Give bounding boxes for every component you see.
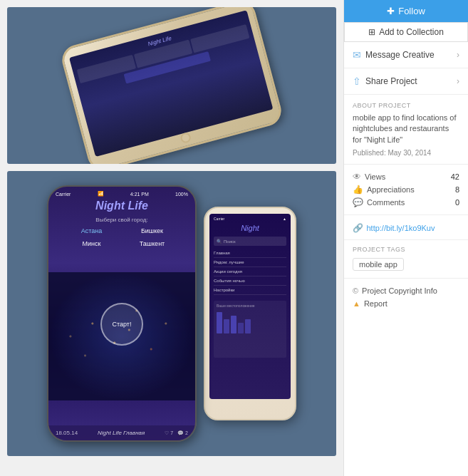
- phone3-menu: 🔍 Поиск Главная Рядом: лучшие Акции сего…: [209, 234, 291, 298]
- chevron-right-icon: ›: [457, 50, 459, 60]
- phone-mockup-third: Carrier ▲ Night 🔍 Поиск Главная Рядом: л…: [204, 207, 296, 420]
- follow-button[interactable]: ✚ Follow: [344, 0, 468, 22]
- sidebar: ✚ Follow ⊞ Add to Collection ✉ Message C…: [343, 0, 468, 476]
- follow-label: Follow: [398, 6, 425, 16]
- phone1-home-button: [180, 132, 192, 144]
- stats-section: 👁 Views 42 👍 Appreciations 8 💬 Comments …: [344, 165, 468, 215]
- views-label: Views: [365, 172, 385, 181]
- phone2-city-label: Выбери свой город:: [48, 217, 195, 223]
- about-text: mobile app to find locations of nightclu…: [353, 113, 459, 145]
- project-image-2: Carrier 📶 4:21 PM 100% Night Life Выбери…: [7, 171, 336, 456]
- report-item[interactable]: ▲ Report: [353, 297, 459, 310]
- appreciations-stat: 👍 Appreciations 8: [353, 183, 459, 196]
- comments-label: Comments: [367, 198, 405, 207]
- follow-icon: ✚: [387, 6, 395, 16]
- phone2-bottom-bar: 18.05.14 Night Life Главная ♡ 7 💬 2: [48, 425, 195, 440]
- phone2-city3: Минск: [63, 239, 120, 249]
- message-label: Message Creative: [365, 50, 435, 60]
- copyright-label: Project Copyright Info: [362, 286, 437, 295]
- appreciations-icon: 👍: [353, 185, 363, 195]
- phone3-menu-item: Настройки: [214, 286, 286, 295]
- phone2-battery: 100%: [175, 192, 188, 197]
- chevron-right-icon-2: ›: [457, 76, 459, 86]
- phone3-menu-item: Главная: [214, 249, 286, 258]
- copyright-item[interactable]: © Project Copyright Info: [353, 284, 459, 297]
- phone3-title: Night: [209, 222, 291, 234]
- phone2-city2: Бишкек: [123, 226, 181, 236]
- appreciations-label: Appreciations: [367, 185, 415, 194]
- phone2-start-button: Старт!: [100, 303, 143, 346]
- tags-section-label: PROJECT TAGS: [353, 246, 459, 253]
- share-project-action[interactable]: ⇧ Share Project ›: [344, 68, 468, 95]
- phone3-menu-item: Рядом: лучшие: [214, 258, 286, 267]
- about-section: ABOUT PROJECT mobile app to find locatio…: [344, 95, 468, 165]
- warning-icon: ▲: [353, 299, 360, 308]
- tags-section: PROJECT TAGS mobile app: [344, 240, 468, 279]
- collection-icon: ⊞: [368, 27, 375, 37]
- copyright-icon: ©: [353, 286, 358, 295]
- views-icon: 👁: [353, 172, 361, 182]
- phone3-menu-item: Акции сегодня: [214, 267, 286, 276]
- views-value: 42: [451, 172, 459, 181]
- phone2-city4: Ташкент: [123, 239, 181, 249]
- report-label: Report: [364, 299, 388, 308]
- phone2-title: Night Life: [48, 198, 195, 217]
- phone2-date: 18.05.14: [56, 430, 78, 436]
- appreciations-value: 8: [455, 185, 459, 194]
- phone2-city1: Астана: [63, 226, 120, 236]
- link-icon: 🔗: [353, 223, 363, 233]
- phone2-time: 4:21 PM: [130, 192, 149, 197]
- comments-stat: 💬 Comments 0: [353, 196, 459, 209]
- message-icon: ✉: [353, 49, 361, 61]
- message-creative-action[interactable]: ✉ Message Creative ›: [344, 42, 468, 68]
- project-image-1: Night Life: [7, 7, 336, 164]
- footer-section: © Project Copyright Info ▲ Report: [344, 279, 468, 316]
- share-icon: ⇧: [353, 76, 361, 87]
- comments-value: 0: [455, 198, 459, 207]
- phone-mockup-first: Night Life: [58, 7, 284, 164]
- link-section: 🔗 http://bit.ly/1ko9Kuv: [344, 215, 468, 240]
- phone3-menu-item: События ночью: [214, 276, 286, 286]
- published-date: Published: May 30, 2014: [353, 149, 459, 157]
- about-section-label: ABOUT PROJECT: [353, 102, 459, 109]
- add-collection-button[interactable]: ⊞ Add to Collection: [344, 22, 468, 42]
- comments-icon: 💬: [353, 197, 363, 207]
- phone-mockup-second: Carrier 📶 4:21 PM 100% Night Life Выбери…: [47, 185, 197, 442]
- phone2-bottom-title: Night Life Главная: [98, 430, 145, 436]
- phone2-carrier: Carrier: [56, 192, 71, 197]
- views-stat: 👁 Views 42: [353, 170, 459, 183]
- share-label: Share Project: [365, 76, 417, 86]
- phone3-carrier: Carrier: [214, 217, 224, 221]
- collection-label: Add to Collection: [379, 27, 444, 37]
- tag-mobile-app[interactable]: mobile app: [353, 258, 404, 271]
- project-link[interactable]: http://bit.ly/1ko9Kuv: [366, 224, 435, 232]
